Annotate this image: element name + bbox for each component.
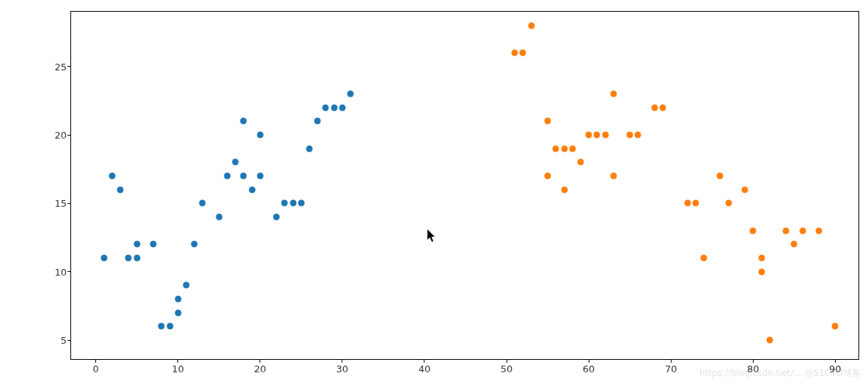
data-point: [183, 282, 189, 289]
data-point: [257, 173, 263, 180]
data-point: [166, 323, 173, 330]
xtick-label: 40: [419, 363, 431, 374]
data-point: [783, 227, 790, 234]
data-point: [692, 200, 699, 207]
xtick-label: 0: [92, 363, 98, 374]
mouse-cursor-icon: [427, 229, 438, 245]
data-point: [191, 241, 198, 248]
data-point: [331, 104, 337, 111]
xtick-mark: [507, 359, 507, 363]
data-point: [117, 186, 124, 193]
data-point: [150, 241, 157, 248]
xtick-label: 20: [254, 363, 267, 374]
xtick-mark: [753, 359, 754, 363]
data-point: [257, 132, 263, 139]
data-point: [158, 323, 165, 330]
ytick-label: 5: [61, 335, 67, 346]
data-point: [100, 255, 107, 262]
data-point: [610, 91, 617, 97]
data-point: [528, 22, 534, 29]
ytick-mark: [67, 271, 71, 272]
data-point: [635, 132, 641, 139]
scatter-plot: 5101520250102030405060708090: [70, 11, 859, 360]
data-point: [298, 200, 304, 207]
data-point: [240, 118, 247, 125]
data-point: [306, 145, 313, 152]
data-point: [339, 104, 345, 111]
data-point: [109, 173, 116, 180]
data-point: [545, 173, 551, 180]
ytick-label: 10: [54, 266, 67, 277]
data-point: [717, 173, 724, 180]
ytick-mark: [67, 135, 71, 136]
data-point: [553, 145, 559, 152]
data-point: [602, 132, 608, 139]
data-point: [249, 186, 255, 193]
data-point: [791, 241, 798, 248]
data-point: [125, 255, 132, 262]
xtick-label: 60: [583, 363, 595, 374]
xtick-mark: [424, 359, 424, 363]
xtick-mark: [260, 359, 260, 363]
data-point: [758, 255, 765, 262]
data-point: [133, 255, 140, 262]
data-point: [174, 296, 181, 303]
data-point: [282, 200, 288, 207]
xtick-label: 10: [172, 363, 184, 374]
data-point: [545, 118, 551, 125]
ytick-label: 20: [54, 130, 67, 141]
data-point: [561, 145, 567, 152]
data-point: [224, 173, 230, 180]
data-point: [232, 159, 239, 166]
data-point: [216, 214, 222, 221]
data-point: [174, 309, 181, 316]
xtick-label: 50: [501, 363, 513, 374]
data-point: [323, 104, 329, 111]
xtick-mark: [177, 359, 178, 363]
xtick-mark: [835, 359, 836, 363]
xtick-label: 70: [665, 363, 677, 374]
data-point: [758, 268, 765, 275]
data-point: [742, 186, 749, 193]
xtick-mark: [95, 359, 96, 363]
data-point: [660, 104, 666, 111]
data-point: [561, 186, 567, 193]
xtick-mark: [342, 359, 342, 363]
ytick-label: 15: [54, 198, 67, 209]
data-point: [832, 323, 839, 330]
ytick-mark: [67, 66, 71, 67]
ytick-label: 25: [54, 61, 67, 72]
data-point: [199, 200, 206, 207]
data-point: [750, 227, 757, 234]
xtick-mark: [671, 359, 672, 363]
xtick-mark: [589, 359, 589, 363]
data-point: [815, 227, 822, 234]
xtick-label: 30: [336, 363, 349, 374]
data-point: [684, 200, 691, 207]
data-point: [133, 241, 140, 248]
data-point: [315, 118, 321, 125]
ytick-mark: [67, 340, 71, 341]
data-point: [240, 173, 247, 180]
data-point: [347, 91, 354, 97]
data-point: [725, 200, 732, 207]
data-point: [627, 132, 633, 139]
data-point: [290, 200, 296, 207]
data-point: [651, 104, 658, 111]
data-point: [577, 159, 584, 166]
data-point: [520, 50, 526, 56]
data-point: [586, 132, 592, 139]
data-point: [512, 50, 518, 56]
data-point: [569, 145, 575, 152]
data-point: [799, 227, 806, 234]
ytick-mark: [67, 203, 71, 204]
watermark-text: https://blog.csdn.net/... @51CTO博客: [699, 367, 861, 380]
data-point: [273, 214, 280, 221]
data-point: [610, 173, 617, 180]
data-point: [701, 255, 707, 262]
data-point: [766, 337, 773, 344]
data-point: [594, 132, 600, 139]
